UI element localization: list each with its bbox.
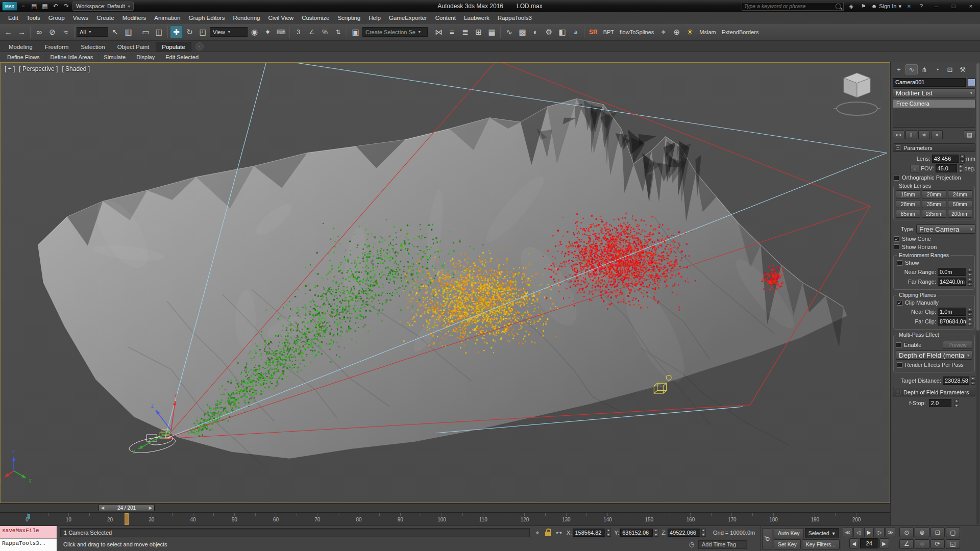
menu-item[interactable]: GameExporter [385,13,431,22]
edit-named-selection-sets-icon[interactable]: ▣ [349,26,362,38]
rendered-frame-window-icon[interactable]: ◧ [556,26,569,38]
time-slider-track[interactable]: ◀ 24 / 201 ▶ [0,503,890,512]
set-key-button[interactable]: Set Key [774,539,801,549]
utilities-tab-icon[interactable]: ⚒ [957,64,969,74]
angle-snap-icon[interactable]: ∠ [305,26,318,38]
select-and-manipulate-icon[interactable]: ✦ [261,26,274,38]
track-bar[interactable]: 0102030405060708090100110120130140150160… [0,512,890,525]
create-tab-icon[interactable]: + [893,64,905,74]
clip-manually-checkbox[interactable]: ✓ [897,300,902,306]
maximize-button[interactable]: □ [946,1,961,11]
fstop-field[interactable]: 2.0 [929,399,951,407]
zoom-extents-icon[interactable]: ⊡ [930,528,945,537]
z-spinner[interactable] [701,529,706,537]
x-coordinate-field[interactable]: 158564.82 [573,529,605,537]
target-distance-spinner[interactable] [971,377,975,385]
tab-freeform[interactable]: Freeform [39,42,75,52]
fov-field[interactable]: 45.0 [936,164,957,172]
listener-line-white[interactable]: RappaTools3.. [0,539,57,551]
cursor-tool-icon[interactable]: ⌖ [657,26,670,38]
select-by-name-icon[interactable]: ▥ [122,26,135,38]
y-coordinate-field[interactable]: 636152.06 [620,529,653,537]
near-clip-spinner[interactable] [968,308,972,316]
search-icon[interactable] [836,4,841,9]
go-to-start-button[interactable]: ≪ [843,527,852,537]
stock-lens-button[interactable]: 200mm [948,210,972,218]
reference-coordinate-dropdown[interactable]: View ▾ [210,27,248,37]
near-range-spinner[interactable] [968,268,972,276]
show-cone-checkbox[interactable]: ✓ [894,236,899,242]
keyboard-shortcut-override-icon[interactable]: ⌨ [275,26,287,38]
next-frame-button[interactable]: ▶ [879,538,889,548]
stock-lens-button[interactable]: 35mm [922,200,946,208]
viewport-canvas[interactable] [1,63,890,503]
lens-spinner[interactable] [960,155,965,163]
viewport-general-menu[interactable]: [ + ] [5,65,15,72]
rectangular-selection-region-icon[interactable]: ▭ [139,26,152,38]
undo-icon[interactable]: ↶ [51,2,60,11]
current-frame-marker[interactable] [125,513,129,525]
redo-icon[interactable]: ↷ [62,2,71,11]
remove-modifier-icon[interactable]: × [931,130,943,139]
isolate-selection-icon[interactable]: ⌖ [533,528,542,537]
menu-item[interactable]: Graph Editors [184,13,229,22]
orthographic-checkbox[interactable] [894,175,899,181]
viewport-shading-menu[interactable]: [ Shaded ] [62,65,90,72]
motion-tab-icon[interactable]: ◔ [931,64,943,74]
edit-selected-button[interactable]: Edit Selected [160,53,204,62]
set-key-mode-button[interactable]: ⚲ [762,528,772,549]
far-range-field[interactable]: 14240.0m [938,278,966,286]
named-selection-dropdown[interactable]: Create Selection Se ▾ [362,27,428,37]
listener-line-pink[interactable]: saveMaxFile [0,526,57,539]
select-and-link-icon[interactable]: ∞ [33,26,45,38]
menu-item[interactable]: Views [69,13,92,22]
simulate-button[interactable]: Simulate [99,53,131,62]
lens-field[interactable]: 43.456 [932,155,959,163]
keyframe-marker[interactable] [28,514,30,519]
pan-icon[interactable]: ⊹ [915,539,929,549]
env-show-checkbox[interactable] [897,260,902,266]
minimize-button[interactable]: – [929,1,943,11]
unlink-selection-icon[interactable]: ⊘ [46,26,59,38]
tab-object-paint[interactable]: Object Paint [112,42,155,52]
menu-item[interactable]: Group [44,13,69,22]
align-icon[interactable]: ≡ [446,26,458,38]
x-spinner[interactable] [606,529,611,537]
modifier-list-dropdown[interactable]: Modifier List ▾ [893,88,975,97]
menu-item[interactable]: Help [364,13,385,22]
fstop-spinner[interactable] [954,399,959,407]
selection-filter-dropdown[interactable]: All ▾ [77,27,108,37]
orbit-icon[interactable]: ⟳ [930,539,945,549]
stock-lens-button[interactable]: 28mm [896,200,920,208]
spinner-snap-icon[interactable]: ⇅ [332,26,345,38]
menu-item[interactable]: RappaTools3 [494,13,536,22]
redo-button[interactable]: → [15,26,28,38]
preview-button[interactable]: Preview [943,341,972,349]
undo-button[interactable]: ← [2,26,15,38]
play-button[interactable]: ▶ [864,527,874,537]
ribbon-config-icon[interactable]: ◦ [195,42,204,51]
selection-lock-icon[interactable] [545,532,551,536]
open-file-icon[interactable]: ▤ [30,2,39,11]
stack-item-free-camera[interactable]: Free Camera [893,99,975,108]
maximize-viewport-icon[interactable]: ◱ [946,539,960,549]
enable-checkbox[interactable] [896,342,901,348]
percent-snap-icon[interactable]: % [318,26,331,38]
stock-lens-button[interactable]: 15mm [896,190,920,198]
extend-borders-button[interactable]: ExtendBorders [719,29,762,35]
menu-item[interactable]: Edit [4,13,22,22]
help-search-box[interactable] [742,2,844,11]
field-of-view-icon[interactable]: ∠ [899,539,914,549]
help-icon[interactable]: ? [917,2,926,11]
current-frame-field[interactable]: 24 [860,538,878,548]
select-and-scale-icon[interactable]: ◰ [197,26,209,38]
render-effects-per-pass-checkbox[interactable] [897,362,902,368]
near-clip-field[interactable]: 1.0m [938,308,966,316]
multi-pass-effect-dropdown[interactable]: Depth of Field (mental r ▾ [896,350,972,360]
rollout-depth-of-field[interactable]: − Depth of Field Parameters [893,388,975,396]
notification-icon[interactable]: ⚑ [859,2,868,11]
stock-lens-button[interactable]: 24mm [948,190,972,198]
select-and-move-icon[interactable]: ✚ [170,26,183,38]
make-unique-icon[interactable]: ∗ [918,130,930,139]
define-flows-button[interactable]: Define Flows [2,53,45,62]
